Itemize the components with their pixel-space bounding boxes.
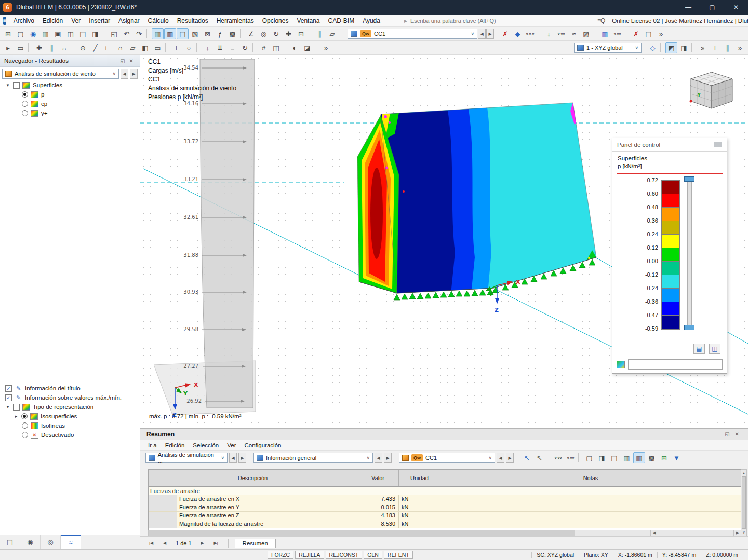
result-values-icon[interactable]: x.x.x [524,28,536,39]
separator[interactable] [196,43,200,52]
overflow2-icon[interactable]: » [697,42,709,53]
expander-icon[interactable]: ▸ [14,414,19,419]
resumen-menu-item[interactable]: Ver [223,441,239,449]
separator[interactable] [252,43,256,52]
table-settings-icon[interactable]: ▩ [226,28,238,39]
delete-results-icon[interactable]: ✗ [499,28,511,39]
menu-grid-icon[interactable]: ≡ [3,17,6,25]
menu-item[interactable]: Edición [38,16,67,26]
line-icon[interactable]: ╱ [89,42,101,53]
next-category-button[interactable]: ▶ [130,69,138,79]
scrollbar-thumb[interactable] [742,476,746,529]
control-panel[interactable]: Panel de control Superficies p [kN/m²] 0… [612,138,727,374]
separator[interactable] [240,29,244,38]
coordinate-system-combo[interactable]: 1 - XYZ global ∨ [574,43,642,53]
render-solid-icon[interactable]: ◩ [665,42,677,53]
arc-icon[interactable]: ∩ [114,42,126,53]
sheet-delete-icon[interactable]: ▥ [621,452,633,463]
opening-icon[interactable]: ▭ [152,42,164,53]
separator[interactable] [28,43,32,52]
info-title-checkbox[interactable]: ✓ [5,385,12,392]
cp-radio[interactable] [22,101,28,107]
building-roof-surface[interactable] [377,99,600,299]
column-header[interactable]: Descripción [149,470,357,486]
search-commands-icon[interactable]: ≡Q [597,17,605,24]
select-box-icon[interactable]: ▭ [15,42,26,53]
mesh-refinement-icon[interactable]: ◫ [270,42,282,53]
tree-item-isolineas[interactable]: Isolíneas [0,421,140,430]
model-viewport[interactable]: 34.54 34.16 33.72 33.21 32.61 31.88 30.9… [140,55,748,428]
mesh-icon[interactable]: # [258,42,270,53]
values-on-surfaces-icon[interactable]: x.xx [611,28,623,39]
overflow3-icon[interactable]: » [734,42,746,53]
measure-icon[interactable]: ∠ [245,28,257,39]
save-icon[interactable]: ◫ [64,28,76,39]
result-type-combo[interactable]: Análisis de simulación ... ∨ [145,453,228,463]
separator[interactable] [578,453,582,462]
line-load-icon[interactable]: ⇊ [214,42,226,53]
first-page-button[interactable]: |◀ [145,539,157,548]
copy-icon[interactable]: ◱ [108,28,120,39]
rotate-view-icon[interactable]: ↻ [270,28,282,39]
status-toggle[interactable]: REJCONST [326,551,363,559]
prev-result-button[interactable]: ◀ [229,453,237,463]
pointer-link-icon[interactable]: ↖ [521,452,533,463]
panel-grip-icon[interactable] [714,142,722,147]
close-panel-icon[interactable]: ✕ [127,58,136,64]
workplane-icon[interactable]: ⊥ [709,42,721,53]
work-plane-icon[interactable]: ▱ [326,28,338,39]
table-view-icon[interactable]: ▦ [152,28,164,39]
column-header[interactable]: Unidad [399,470,440,486]
values-settings-icon[interactable]: x.xx [565,452,577,463]
guidelines-icon[interactable]: ∥ [314,28,326,39]
separator[interactable] [284,43,287,52]
load-case-combo[interactable]: Qw CC1 ∨ [348,29,477,39]
dlubal-center-icon[interactable]: ◉ [27,28,39,39]
next-case-button[interactable]: ▶ [506,453,514,463]
result-diagram-icon[interactable]: ≈ [568,28,580,39]
separator[interactable] [146,29,150,38]
menu-item[interactable]: Ventana [292,16,324,26]
legend-filter-icon[interactable] [617,361,625,368]
separator[interactable] [625,29,629,38]
menu-item[interactable]: Herramientas [212,16,258,26]
table-image-icon[interactable]: ▧ [189,28,201,39]
desactivado-radio[interactable] [22,432,28,438]
excel-export-icon[interactable]: ⊞ [658,452,670,463]
expander-icon[interactable]: ▾ [5,404,10,409]
resumen-menu-item[interactable]: Edición [162,441,189,449]
redo-icon[interactable]: ↷ [133,28,145,39]
polyline-icon[interactable]: ∟ [102,42,114,53]
column-header[interactable]: Notas [440,470,741,486]
view-isometric-icon[interactable]: ◇ [647,42,659,53]
max-values-icon[interactable]: x.xx [555,28,567,39]
column-header[interactable]: Valor [357,470,399,486]
scrollbar-thumb[interactable] [149,530,575,536]
tree-item-representation[interactable]: ▾ Tipo de representación [0,402,140,412]
new-model-icon[interactable]: ⊞ [2,28,14,39]
prev-page-button[interactable]: ◀ [159,539,170,548]
table-row[interactable]: Magnitud de la fuerza de arrastre 8.530 … [149,520,741,528]
print-graphic2-icon[interactable]: ▤ [643,28,654,39]
separator[interactable] [538,29,541,38]
status-toggle[interactable]: FORZC [268,551,293,559]
menu-item[interactable]: Ver [67,16,85,26]
info-maxmin-checkbox[interactable]: ✓ [5,394,12,401]
separator[interactable] [547,453,551,462]
guidelines2-icon[interactable]: ∥ [46,42,58,53]
separator[interactable] [315,43,318,52]
sheet-new-icon[interactable]: ▢ [583,452,595,463]
search-box[interactable]: ▸ [404,17,514,24]
result-values-icon[interactable]: x.xx [552,452,564,463]
status-toggle[interactable]: REFENT [384,551,413,559]
table-row[interactable]: Fuerza de arrastre en Y -0.015 kN [149,503,741,512]
separator[interactable] [660,43,664,52]
nodal-load-icon[interactable]: ↓ [202,42,213,53]
solid-icon[interactable]: ◧ [139,42,151,53]
isolineas-radio[interactable] [22,422,28,429]
display-properties-icon[interactable]: ▨ [580,28,592,39]
prev-case-button[interactable]: ◀ [497,453,504,463]
vertical-scrollbar[interactable]: ▲ ∨ [741,469,747,536]
close-panel-icon[interactable]: ✕ [732,431,742,437]
table-manager-icon[interactable]: ▥ [164,28,176,39]
